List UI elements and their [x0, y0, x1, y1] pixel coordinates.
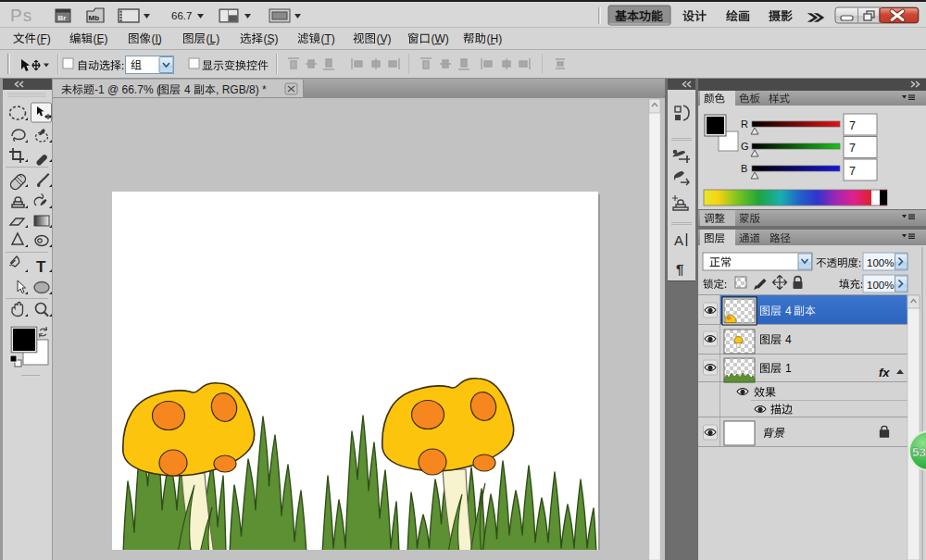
svg-text:T: T: [36, 258, 46, 276]
svg-text:(L): (L): [206, 32, 220, 45]
svg-text:7: 7: [849, 165, 856, 178]
svg-text:(H): (H): [487, 32, 503, 45]
svg-text:1: 1: [785, 362, 792, 375]
svg-text:A: A: [674, 232, 683, 248]
svg-text:Br: Br: [58, 14, 67, 22]
svg-text:(I): (I): [152, 32, 162, 45]
svg-text:G: G: [741, 141, 749, 152]
svg-text:R: R: [741, 118, 748, 130]
svg-text:100%: 100%: [867, 257, 894, 268]
svg-text:¶: ¶: [676, 261, 683, 277]
svg-text:7: 7: [849, 142, 856, 155]
svg-text:(E): (E): [94, 32, 108, 45]
svg-text:, RGB/8) *: , RGB/8) *: [216, 83, 267, 96]
svg-text:fx: fx: [879, 366, 890, 380]
svg-text:53: 53: [912, 445, 926, 459]
svg-text:(S): (S): [264, 32, 279, 45]
svg-text:100%: 100%: [867, 280, 894, 291]
svg-text:4: 4: [184, 83, 191, 96]
svg-text:Mb: Mb: [89, 14, 100, 22]
svg-text:4: 4: [785, 333, 792, 346]
svg-text:(V): (V): [377, 32, 392, 45]
svg-text:-1 @ 66.7% (: -1 @ 66.7% (: [94, 83, 160, 96]
svg-text:66.7: 66.7: [171, 10, 192, 21]
svg-text:7: 7: [849, 119, 856, 132]
svg-text:(W): (W): [432, 32, 449, 45]
svg-text:(F): (F): [37, 32, 51, 45]
svg-text:4: 4: [785, 305, 792, 317]
svg-text:B: B: [741, 163, 747, 174]
svg-text:(T): (T): [321, 32, 335, 45]
svg-text:Ps: Ps: [10, 6, 32, 25]
